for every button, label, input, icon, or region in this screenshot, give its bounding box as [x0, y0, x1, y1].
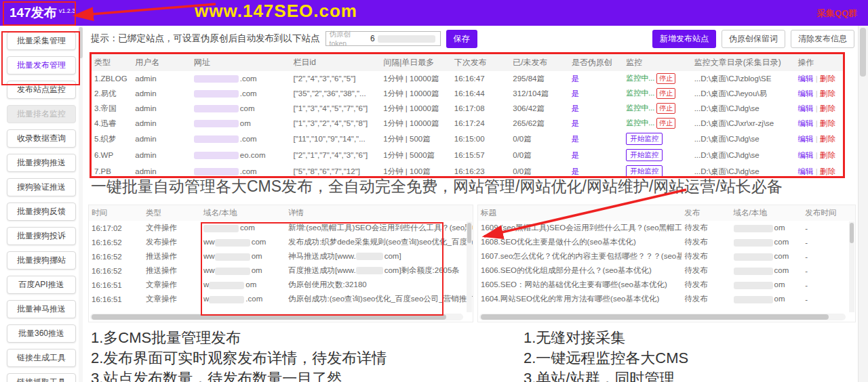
pseudo-original-toggle[interactable]: 是	[572, 119, 580, 127]
save-button[interactable]: 保存	[446, 30, 477, 48]
delete-site-link[interactable]: 删除	[820, 135, 835, 143]
monitor-running-label: 监控中...	[626, 89, 654, 97]
column-header: 是否伪原创	[569, 54, 623, 71]
site-published-cell: 265/62篇	[510, 116, 568, 131]
page-scrollbar[interactable]	[858, 26, 868, 382]
sidebar-item[interactable]: 收录数据查询	[7, 129, 76, 148]
column-header: 栏目id	[291, 54, 381, 71]
sidebar-item[interactable]: 批量采集管理	[7, 32, 76, 50]
log-type-cell: 推送操作	[143, 263, 201, 278]
topbar: 147发布v1.2.3 www.147SEO.com 采集QQ群	[0, 0, 868, 26]
pending-horizontal-scrollbar[interactable]	[479, 314, 846, 320]
column-header: 域名/本地	[731, 205, 803, 221]
token-input-label: 伪原创token	[330, 30, 368, 47]
pseudo-original-toggle[interactable]: 是	[572, 167, 580, 175]
delete-site-link[interactable]: 删除	[820, 75, 835, 83]
start-monitor-button[interactable]: 开始监控	[626, 133, 663, 145]
edit-site-link[interactable]: 编辑	[797, 75, 813, 83]
pending-horizontal-scrollbar-thumb[interactable]	[481, 314, 829, 320]
sidebar-item[interactable]: 搜狗验证推送	[7, 178, 76, 196]
pseudo-original-toggle[interactable]: 是	[572, 151, 580, 159]
redacted-text	[734, 268, 773, 275]
site-interval-cell: 1分钟 | 10000篇	[380, 116, 452, 131]
pending-title-cell: 1608.SEO优化主要是做什么的(seo基本优化)	[478, 235, 682, 249]
site-ops-cell: 编辑 | 删除	[795, 131, 843, 147]
sidebar-item[interactable]: 批量神马推送	[7, 300, 76, 318]
site-next-publish-cell: 16:16:44	[452, 86, 510, 101]
monitor-running-label: 监控中...	[626, 104, 654, 112]
log-time-cell: 16:16:51	[89, 278, 143, 292]
pseudo-original-toggle[interactable]: 是	[572, 89, 580, 98]
sidebar-item[interactable]: 百度API推送	[7, 276, 76, 294]
edit-site-link[interactable]: 编辑	[797, 119, 813, 127]
sidebar-item[interactable]: 批量搜狗推送	[7, 154, 76, 172]
delete-site-link[interactable]: 删除	[820, 104, 835, 112]
site-monitor-cell: 开始监控	[623, 131, 692, 147]
site-pseudo-cell: 是	[569, 116, 623, 131]
column-header: 时间	[89, 205, 143, 221]
stop-monitor-button[interactable]: 停止	[656, 88, 675, 99]
sidebar-item[interactable]: 批量搜狗挪站	[7, 251, 76, 270]
pending-vertical-scrollbar-thumb[interactable]	[850, 223, 854, 243]
pending-status-cell: 待发布	[682, 235, 730, 249]
sidebar-item[interactable]: 批量搜狗反馈	[7, 203, 76, 221]
edit-site-link[interactable]: 编辑	[797, 89, 813, 98]
edit-site-link[interactable]: 编辑	[797, 135, 813, 143]
log-vertical-scrollbar[interactable]	[467, 221, 472, 312]
pseudo-original-reserved-words-button[interactable]: 伪原创保留词	[722, 30, 785, 48]
site-row: 3.帝国admincom["1","3","4","5","7","6"]1分钟…	[92, 101, 843, 116]
site-columns-cell: ["2","4","3","6","5"]	[291, 71, 381, 86]
token-input[interactable]: 伪原创token 6	[326, 31, 441, 46]
log-vertical-scrollbar-thumb[interactable]	[467, 223, 471, 243]
edit-site-link[interactable]: 编辑	[797, 151, 813, 159]
sidebar-item[interactable]: 批量发布管理	[7, 56, 76, 75]
pending-status-cell: 待发布	[682, 263, 730, 278]
column-header: 已/未发布	[510, 54, 568, 71]
pseudo-original-toggle[interactable]: 是	[572, 135, 580, 143]
pending-row: 1606.SEO的优化组成部分是什么？(seo基本优化)待发布com-	[478, 263, 855, 278]
edit-site-link[interactable]: 编辑	[797, 167, 813, 175]
site-columns-cell: ["1","3","4","5","7","6"]	[291, 101, 381, 116]
redacted-text	[194, 135, 239, 143]
stop-monitor-button[interactable]: 停止	[656, 103, 675, 114]
pseudo-original-toggle[interactable]: 是	[572, 104, 580, 112]
stop-monitor-button[interactable]: 停止	[656, 118, 675, 129]
site-directory-cell: ...D:\桌面\CJ\zblog\SE	[692, 71, 795, 86]
delete-site-link[interactable]: 删除	[820, 167, 835, 175]
sidebar-item[interactable]: 链接生成工具	[7, 349, 76, 367]
pending-row: 1608.SEO优化主要是做什么的(seo基本优化)待发布com-	[478, 235, 855, 249]
pending-domain-cell: com	[731, 235, 803, 249]
delete-site-link[interactable]: 删除	[820, 89, 835, 98]
ops-separator: |	[813, 89, 819, 98]
start-monitor-button[interactable]: 开始监控	[626, 149, 663, 161]
sidebar-item[interactable]: 发布站点监控	[7, 81, 76, 99]
pseudo-original-toggle[interactable]: 是	[572, 75, 580, 83]
qq-group-link[interactable]: 采集QQ群	[817, 7, 857, 20]
clear-publish-info-button[interactable]: 清除发布信息	[791, 30, 854, 48]
sidebar-item[interactable]: 批量360推送	[7, 324, 76, 343]
delete-site-link[interactable]: 删除	[820, 151, 835, 159]
sidebar-item[interactable]: 批量搜狗投诉	[7, 227, 76, 245]
site-url-cell: om	[191, 116, 291, 131]
log-detail-cell: 伪原创使用次数:32180	[285, 278, 473, 292]
pending-time-cell: -	[802, 221, 855, 235]
ops-separator: |	[813, 75, 819, 83]
add-publish-site-button[interactable]: 新增发布站点	[652, 30, 716, 48]
pending-vertical-scrollbar[interactable]	[849, 221, 854, 312]
site-url-cell: .com	[191, 71, 291, 86]
log-horizontal-scrollbar[interactable]	[90, 314, 463, 320]
delete-site-link[interactable]: 删除	[820, 119, 835, 127]
stop-monitor-button[interactable]: 停止	[656, 73, 675, 84]
log-horizontal-scrollbar-thumb[interactable]	[92, 314, 446, 320]
sidebar-scrollbar[interactable]	[79, 26, 83, 382]
site-monitor-cell: 监控中...停止	[623, 116, 692, 131]
sidebar-scrollbar-thumb[interactable]	[79, 27, 83, 58]
sidebar-item[interactable]: 链接抓取工具	[7, 373, 76, 382]
site-columns-cell: ["1","3","2","4","5","8"]	[291, 116, 381, 131]
page-scrollbar-thumb[interactable]	[860, 28, 866, 77]
site-url-cell: com	[191, 101, 291, 116]
redacted-text	[734, 253, 773, 261]
edit-site-link[interactable]: 编辑	[797, 104, 813, 112]
site-monitor-cell: 监控中...停止	[623, 71, 692, 86]
site-ops-cell: 编辑 | 删除	[795, 86, 843, 101]
